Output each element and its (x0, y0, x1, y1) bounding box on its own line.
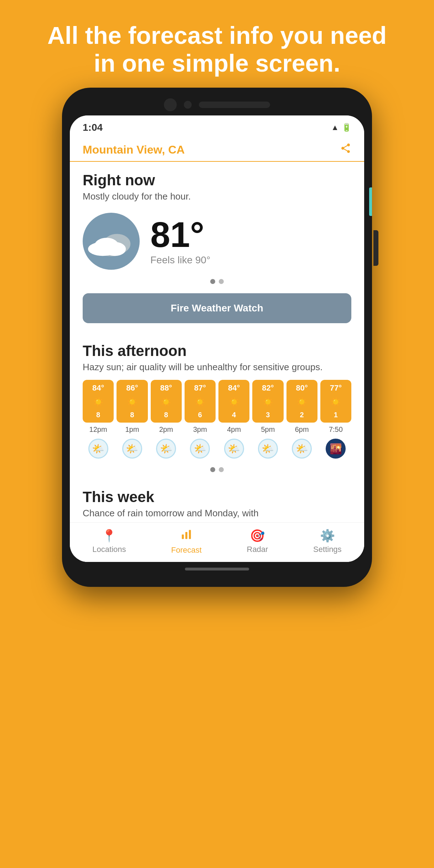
hour-bar-inner-0: 84° ☀️ 8 (83, 380, 114, 423)
afternoon-section: This afternoon Hazy sun; air quality wil… (83, 339, 351, 481)
week-title: This week (83, 489, 351, 506)
hour-num-3: 6 (198, 411, 202, 419)
hour-temp-5: 82° (262, 383, 274, 393)
volume-buttons (373, 230, 378, 266)
hour-num-5: 3 (266, 411, 270, 419)
partly-cloudy-icon-3: 🌤️ (190, 439, 210, 459)
hourly-bars: 84° ☀️ 8 12pm 86° ☀️ 8 (83, 380, 351, 434)
hour-temp-3: 87° (194, 383, 206, 393)
hour-bar-4: 84° ☀️ 4 4pm (218, 380, 249, 434)
afternoon-title: This afternoon (83, 342, 351, 360)
sunset-icon: 🌇 (326, 439, 346, 459)
hour-time-2: 2pm (159, 425, 173, 434)
week-subtitle: Chance of rain tomorrow and Monday, with (83, 508, 351, 519)
hour-time-6: 6pm (295, 425, 309, 434)
dot-1 (210, 279, 215, 284)
hourly-dot-1 (210, 467, 215, 472)
hour-sun-6: ☀️ (296, 397, 307, 407)
radar-label: Radar (247, 545, 268, 554)
hour-sun-5: ☀️ (263, 397, 273, 407)
svg-rect-5 (182, 534, 184, 539)
hour-sun-1: ☀️ (127, 397, 138, 407)
battery-icon: 🔋 (342, 123, 351, 132)
feels-like: Feels like 90° (150, 254, 210, 266)
hour-bar-7: 77° ☀️ 1 7:50 (320, 380, 351, 434)
right-now-title: Right now (83, 172, 351, 189)
hourly-icon-3: 🌤️ (185, 439, 216, 459)
week-section: This week Chance of rain tomorrow and Mo… (83, 481, 351, 522)
location-header: Mountain View, CA (70, 137, 364, 162)
current-weather: 81° Feels like 90° (83, 209, 351, 275)
page-header: All the forecast info you need in one si… (19, 0, 415, 88)
hourly-icon-1: 🌤️ (117, 439, 148, 459)
right-now-subtitle: Mostly cloudy for the hour. (83, 191, 351, 202)
weather-icon-circle (83, 213, 140, 270)
partly-cloudy-icon-1: 🌤️ (122, 439, 142, 459)
hour-bar-2: 88° ☀️ 8 2pm (151, 380, 182, 434)
phone-top-bar (70, 98, 364, 111)
phone-screen: 1:04 ▲ 🔋 Mountain View, CA (70, 115, 364, 562)
hour-sun-0: ☀️ (93, 397, 104, 407)
hourly-icons: 🌤️ 🌤️ 🌤️ 🌤️ 🌤️ (83, 439, 351, 459)
speaker-bar (199, 102, 270, 108)
hour-bar-inner-4: 84° ☀️ 4 (218, 380, 249, 423)
hour-num-2: 8 (164, 411, 168, 419)
hour-num-1: 8 (130, 411, 134, 419)
hour-bar-inner-1: 86° ☀️ 8 (117, 380, 148, 423)
hour-temp-2: 88° (160, 383, 172, 393)
nav-item-radar[interactable]: 🎯 Radar (247, 528, 268, 555)
phone-shell: 1:04 ▲ 🔋 Mountain View, CA (62, 88, 372, 587)
hour-bar-inner-3: 87° ☀️ 6 (185, 380, 216, 423)
hour-bar-inner-5: 82° ☀️ 3 (252, 380, 283, 423)
app-content: Mountain View, CA Right now Mostly cloud… (70, 137, 364, 562)
hour-bar-inner-7: 77° ☀️ 1 (320, 380, 351, 423)
radar-icon: 🎯 (250, 528, 265, 543)
hourly-icon-5: 🌤️ (252, 439, 283, 459)
temp-info: 81° Feels like 90° (150, 217, 210, 266)
home-bar (185, 568, 249, 570)
location-name[interactable]: Mountain View, CA (83, 143, 185, 156)
hourly-page-dots (83, 464, 351, 476)
svg-rect-6 (185, 532, 187, 539)
nav-item-settings[interactable]: ⚙️ Settings (313, 528, 342, 555)
hourly-icon-6: 🌤️ (286, 439, 317, 459)
partly-cloudy-icon-2: 🌤️ (156, 439, 176, 459)
share-icon[interactable] (340, 143, 351, 157)
right-now-section: Right now Mostly cloudy for the hour. (83, 162, 351, 339)
hour-num-0: 8 (96, 411, 100, 419)
dot-2 (219, 279, 224, 284)
hour-temp-4: 84° (228, 383, 240, 393)
camera-dot (184, 101, 192, 109)
hour-temp-6: 80° (296, 383, 308, 393)
hour-num-7: 1 (334, 411, 338, 419)
settings-icon: ⚙️ (320, 528, 335, 543)
hour-bar-0: 84° ☀️ 8 12pm (83, 380, 114, 434)
locations-label: Locations (92, 545, 126, 554)
hour-sun-7: ☀️ (330, 397, 341, 407)
hour-bar-inner-6: 80° ☀️ 2 (286, 380, 317, 423)
hour-time-4: 4pm (227, 425, 241, 434)
hourly-icon-0: 🌤️ (83, 439, 114, 459)
partly-cloudy-icon-0: 🌤️ (88, 439, 108, 459)
locations-icon: 📍 (102, 528, 117, 543)
hour-temp-7: 77° (330, 383, 342, 393)
bottom-nav: 📍 Locations Forecast 🎯 Radar (70, 522, 364, 562)
hour-time-5: 5pm (261, 425, 275, 434)
nav-item-locations[interactable]: 📍 Locations (92, 528, 126, 555)
hour-bar-1: 86° ☀️ 8 1pm (117, 380, 148, 434)
hour-sun-4: ☀️ (229, 397, 239, 407)
status-bar: 1:04 ▲ 🔋 (70, 115, 364, 137)
hour-bar-3: 87° ☀️ 6 3pm (185, 380, 216, 434)
status-time: 1:04 (83, 122, 103, 133)
hour-time-7: 7:50 (329, 425, 343, 434)
hour-time-3: 3pm (193, 425, 207, 434)
fire-weather-watch-button[interactable]: Fire Weather Watch (83, 293, 351, 323)
hour-bar-6: 80° ☀️ 2 6pm (286, 380, 317, 434)
right-accent (369, 187, 372, 216)
partly-cloudy-icon-5: 🌤️ (258, 439, 278, 459)
page-dots (83, 275, 351, 288)
settings-label: Settings (313, 545, 342, 554)
hourly-icon-2: 🌤️ (151, 439, 182, 459)
hour-num-4: 4 (232, 411, 236, 419)
nav-item-forecast[interactable]: Forecast (171, 528, 202, 555)
